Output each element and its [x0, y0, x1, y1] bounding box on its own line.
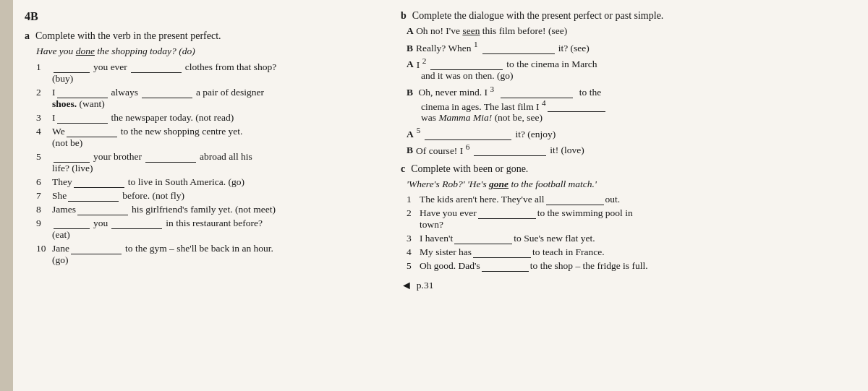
section-b-heading: Complete the dialogue with the present p… — [412, 10, 664, 22]
exercise-item-9: 9 you in this restaurant before? (eat) — [25, 218, 379, 241]
section-b-label: b — [401, 10, 407, 22]
blank-9b — [111, 219, 162, 229]
dialogue-b3: B Oh, never mind. I 3 to the cinema in a… — [401, 84, 854, 124]
blank-c2 — [478, 209, 536, 219]
blank-c4 — [473, 248, 531, 258]
blank-1a — [54, 63, 90, 73]
exercise-item-1: 1 you ever clothes from that shop? (buy) — [25, 61, 379, 85]
blank-10 — [71, 244, 122, 254]
c-item-2: 2 Have you ever to the swimming pool in … — [401, 207, 854, 231]
exercise-item-2: 2 I always a pair of designer shoes. (wa… — [25, 87, 379, 110]
blank-c3 — [454, 234, 512, 244]
c-item-1: 1 The kids aren't here. They've all out. — [401, 194, 854, 205]
exercise-item-7: 7 She before. (not fly) — [25, 190, 379, 202]
blank-4 — [67, 127, 117, 137]
my-sister-has-text: My sister has — [420, 246, 472, 258]
blank-5a — [54, 152, 90, 163]
blank-b6 — [474, 146, 546, 156]
dialogue-b1: B Really? When 1 it? (see) — [401, 40, 854, 54]
content-area: 4B a Complete with the verb in the prese… — [13, 0, 868, 391]
blank-8 — [77, 205, 128, 215]
section-a-example: Have you done the shopping today? (do) — [25, 46, 379, 57]
blank-a2 — [430, 60, 503, 70]
blank-2a — [57, 88, 108, 98]
page-ref-text: p.31 — [417, 280, 434, 291]
blank-5b — [145, 152, 196, 163]
blank-b4 — [548, 102, 605, 112]
blank-1b — [131, 63, 182, 73]
exercise-item-10: 10 Jane to the gym – she'll be back in a… — [25, 243, 379, 266]
c-item-5: 5 Oh good. Dad's to the shop – the fridg… — [401, 260, 854, 272]
arrow-left-icon: ◄ — [401, 279, 412, 292]
exercise-item-5: 5 your brother abroad all his life? (liv… — [25, 151, 379, 174]
exercise-item-3: 3 I the newspaper today. (not read) — [25, 112, 379, 124]
section-a: a Complete with the verb in the present … — [25, 30, 379, 266]
left-column: 4B a Complete with the verb in the prese… — [25, 10, 379, 381]
blank-b3 — [501, 88, 573, 98]
blank-b1 — [482, 44, 555, 54]
section-c-heading: Complete with been or gone. — [411, 163, 528, 175]
section-c-label: c — [401, 163, 405, 175]
page-label: 4B — [25, 10, 379, 23]
dialogue-b6: B Of course! I 6 it! (love) — [401, 142, 854, 157]
seen-word: seen — [462, 25, 480, 36]
section-c-example: 'Where's Rob?' 'He's gone to the footbal… — [401, 179, 854, 190]
right-column: b Complete the dialogue with the present… — [401, 10, 854, 381]
blank-7 — [68, 192, 119, 202]
exercise-item-6: 6 They to live in South America. (go) — [25, 176, 379, 188]
gone-word: gone — [489, 179, 509, 189]
blank-9a — [54, 219, 90, 229]
blank-c1 — [546, 195, 604, 205]
blank-a5 — [425, 130, 511, 140]
blank-2b — [142, 88, 192, 98]
section-b: b Complete the dialogue with the present… — [401, 10, 854, 156]
page-ref: ◄ p.31 — [401, 279, 854, 292]
dialogue-a5: A 5 it? (enjoy) — [401, 126, 854, 140]
blank-c5 — [482, 262, 529, 272]
page: 4B a Complete with the verb in the prese… — [0, 0, 868, 391]
left-border — [0, 0, 13, 391]
section-a-label: a — [25, 30, 30, 42]
blank-6 — [74, 178, 124, 188]
exercise-item-8: 8 James his girlfriend's family yet. (no… — [25, 204, 379, 215]
exercise-item-4: 4 We to the new shopping centre yet. (no… — [25, 126, 379, 149]
blank-3 — [57, 113, 108, 124]
example-done: done — [76, 46, 95, 56]
section-a-heading: Complete with the verb in the present pe… — [35, 30, 221, 42]
dialogue-a2: A I 2 to the cinema in March and it was … — [401, 56, 854, 82]
c-item-3: 3 I haven't to Sue's new flat yet. — [401, 233, 854, 244]
section-c: c Complete with been or gone. 'Where's R… — [401, 163, 854, 272]
section-b-example: A Oh no! I've seen this film before! (se… — [401, 25, 854, 37]
c-item-4: 4 My sister has to teach in France. — [401, 246, 854, 258]
